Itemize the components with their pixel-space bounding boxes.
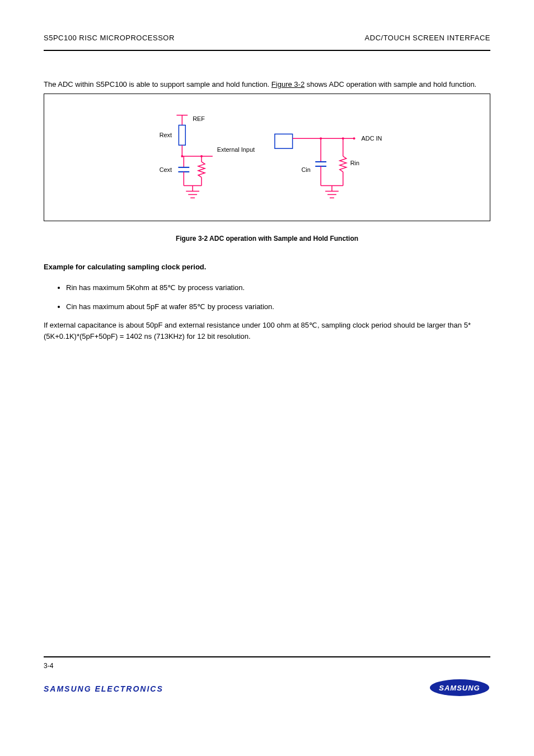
label-ref: REF <box>193 115 205 122</box>
page-header: S5PC100 RISC MICROPROCESSOR ADC/TOUCH SC… <box>44 34 490 42</box>
label-cin: Cin <box>301 166 310 173</box>
intro-paragraph: The ADC within S5PC100 is able to suppor… <box>44 79 490 90</box>
label-external-input: External Input <box>217 146 255 153</box>
intro-suffix: shows ADC operation with sample and hold… <box>305 80 476 88</box>
svg-rect-18 <box>275 134 293 149</box>
page-number: 3-4 <box>44 662 53 670</box>
figure-caption-label: Figure 3-2 <box>176 235 209 242</box>
samsung-logo: SAMSUNG <box>429 678 490 700</box>
figure-box: REF External Input Rext Cext Cin Rin ADC… <box>44 94 490 221</box>
bullet-2: Cin has maximum about 5pF at wafer 85℃ b… <box>66 301 490 312</box>
label-rext: Rext <box>160 132 172 138</box>
example-bullets: Rin has maximum 5Kohm at 85℃ by process … <box>44 282 490 312</box>
header-rule <box>44 50 490 51</box>
bullet-1: Rin has maximum 5Kohm at 85℃ by process … <box>66 282 490 293</box>
intro-prefix: The ADC within S5PC100 is able to suppor… <box>44 80 271 88</box>
figure-caption: Figure 3-2 ADC operation with Sample and… <box>44 235 490 242</box>
header-right: ADC/TOUCH SCREEN INTERFACE <box>365 34 490 42</box>
page-footer: 3-4 SAMSUNG ELECTRONICS SAMSUNG <box>44 656 490 700</box>
label-adc-in: ADC IN <box>362 135 382 142</box>
figure-caption-text: ADC operation with Sample and Hold Funct… <box>209 235 358 242</box>
samsung-logo-text: SAMSUNG <box>439 684 480 692</box>
figure-link[interactable]: Figure 3-2 <box>271 80 305 88</box>
svg-point-22 <box>353 137 355 139</box>
label-rin: Rin <box>350 160 359 166</box>
svg-point-28 <box>342 137 344 139</box>
svg-point-17 <box>200 155 203 157</box>
svg-rect-2 <box>179 125 185 146</box>
example-title: Example for calculating sampling clock p… <box>44 263 490 271</box>
samsung-electronics-logo: SAMSUNG ELECTRONICS <box>44 684 163 693</box>
label-cext: Cext <box>160 166 172 173</box>
footer-rule <box>44 656 490 657</box>
header-left: S5PC100 RISC MICROPROCESSOR <box>44 34 175 42</box>
example-paragraph: If external capacitance is about 50pF an… <box>44 320 490 342</box>
circuit-diagram-svg: REF External Input Rext Cext Cin Rin ADC… <box>44 94 490 221</box>
